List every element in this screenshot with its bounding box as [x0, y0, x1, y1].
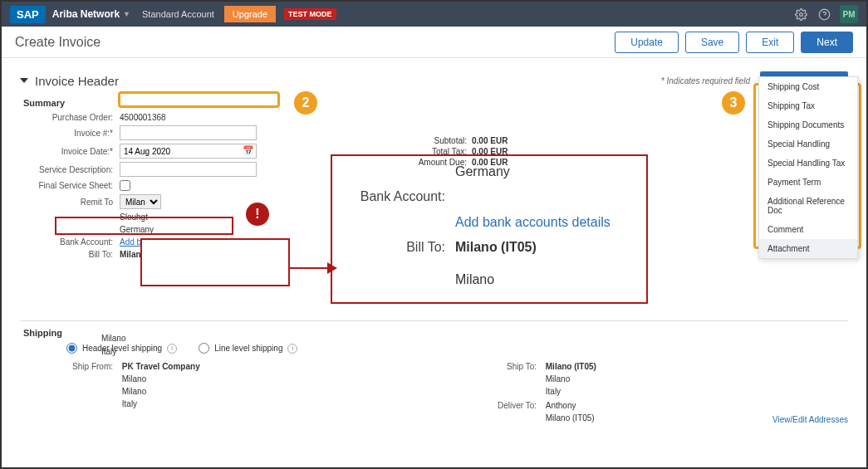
svg-point-0 [799, 12, 802, 16]
po-value: 4500001368 [120, 113, 166, 122]
ship-from-line-2: Milano [122, 385, 200, 398]
update-button[interactable]: Update [615, 32, 679, 53]
exit-button[interactable]: Exit [746, 32, 794, 53]
bill-to-line-1: Milano [101, 332, 125, 345]
zoom-bank-label: Bank Account: [339, 184, 455, 209]
annotation-redbox-billto [140, 238, 290, 286]
collapse-caret-icon[interactable] [20, 78, 28, 83]
page-title: Create Invoice [15, 35, 608, 50]
ship-from-name: PK Travel Company [122, 360, 200, 373]
required-note: * Indicates required field [661, 76, 750, 85]
ship-from-label: Ship From: [20, 360, 120, 373]
menu-special-handling[interactable]: Special Handling [759, 134, 857, 154]
ship-from-line-3: Italy [122, 398, 200, 410]
zoom-bank-link[interactable]: Add bank accounts details [455, 210, 611, 235]
sap-logo: SAP [10, 6, 46, 23]
bank-account-label: Bank Account: [20, 237, 120, 247]
zoom-milano: Milano [455, 267, 494, 292]
test-mode-badge: TEST MODE [284, 8, 336, 20]
deliver-to-line-2: Milano (IT05) [546, 412, 595, 424]
invoice-date-input[interactable] [120, 144, 257, 159]
info-icon[interactable]: i [287, 344, 297, 354]
zoom-billto-label: Bill To: [339, 235, 455, 260]
remit-to-label: Remit To [20, 198, 120, 207]
save-button[interactable]: Save [685, 32, 739, 53]
gear-icon[interactable] [793, 7, 808, 22]
annotation-arrow-line [290, 267, 330, 269]
menu-payment-term[interactable]: Payment Term [759, 173, 857, 192]
annotation-redbox-bank [55, 217, 233, 235]
subtotal-value: 0.00 EUR [472, 136, 508, 145]
next-button[interactable]: Next [801, 32, 853, 53]
ship-to-line-2: Italy [546, 385, 596, 398]
bill-to-line-2: Italy [101, 345, 125, 359]
invoice-number-input[interactable] [120, 125, 257, 140]
menu-comment[interactable]: Comment [759, 220, 857, 239]
invoice-date-label: Invoice Date:* [20, 147, 120, 156]
final-service-sheet-label: Final Service Sheet: [20, 181, 120, 190]
zoom-panel: Germany Bank Account: Add bank accounts … [339, 159, 611, 292]
summary-heading: Summary [23, 98, 848, 108]
help-icon[interactable] [817, 7, 831, 22]
upgrade-button[interactable]: Upgrade [224, 6, 276, 22]
subtotal-label: Subtotal: [409, 136, 467, 145]
account-type: Standard Account [142, 9, 214, 19]
ship-to-label: Ship To: [444, 360, 543, 373]
ship-from-line-1: Milano [122, 373, 200, 385]
page-header: Create Invoice Update Save Exit Next [2, 27, 866, 58]
final-service-sheet-checkbox[interactable] [120, 180, 130, 191]
menu-special-handling-tax[interactable]: Special Handling Tax [759, 154, 857, 173]
service-desc-label: Service Description: [20, 165, 120, 174]
info-icon[interactable]: i [167, 344, 177, 354]
zoom-germany: Germany [455, 159, 510, 184]
annotation-arrow-head [327, 262, 337, 274]
top-bar: SAP Ariba Network ▼ Standard Account Upg… [2, 2, 866, 27]
view-edit-addresses-link[interactable]: View/Edit Addresses [772, 415, 848, 424]
ship-to-name: Milano (IT05) [546, 360, 596, 373]
line-level-radio[interactable] [199, 343, 209, 354]
brand-label: Ariba Network [52, 8, 120, 20]
menu-shipping-documents[interactable]: Shipping Documents [759, 115, 857, 134]
menu-shipping-cost[interactable]: Shipping Cost [759, 77, 857, 96]
line-level-label: Line level shipping [214, 344, 282, 353]
zoom-billto-value: Milano (IT05) [455, 235, 537, 260]
avatar[interactable]: PM [840, 5, 858, 23]
brand-dropdown-caret[interactable]: ▼ [123, 10, 130, 18]
add-to-header-menu: Shipping Cost Shipping Tax Shipping Docu… [758, 76, 858, 259]
service-desc-input[interactable] [120, 162, 257, 177]
shipping-heading: Shipping [23, 328, 848, 338]
header-level-radio[interactable] [66, 343, 77, 354]
bill-to-label: Bill To: [20, 250, 120, 259]
menu-additional-reference[interactable]: Additional Reference Doc [759, 192, 857, 220]
menu-attachment[interactable]: Attachment [759, 239, 857, 258]
remit-to-select[interactable]: Milan [120, 194, 161, 209]
section-title: Invoice Header [35, 74, 661, 88]
calendar-icon[interactable]: 📅 [243, 145, 254, 156]
menu-shipping-tax[interactable]: Shipping Tax [759, 96, 857, 115]
invoice-number-label: Invoice #:* [20, 129, 120, 138]
deliver-to-label: Deliver To: [444, 399, 543, 412]
ship-to-line-1: Milano [546, 373, 596, 385]
po-label: Purchase Order: [20, 113, 120, 122]
deliver-to-line-1: Anthony [546, 399, 595, 412]
line-level-shipping-option[interactable]: Line level shipping i [199, 343, 297, 354]
